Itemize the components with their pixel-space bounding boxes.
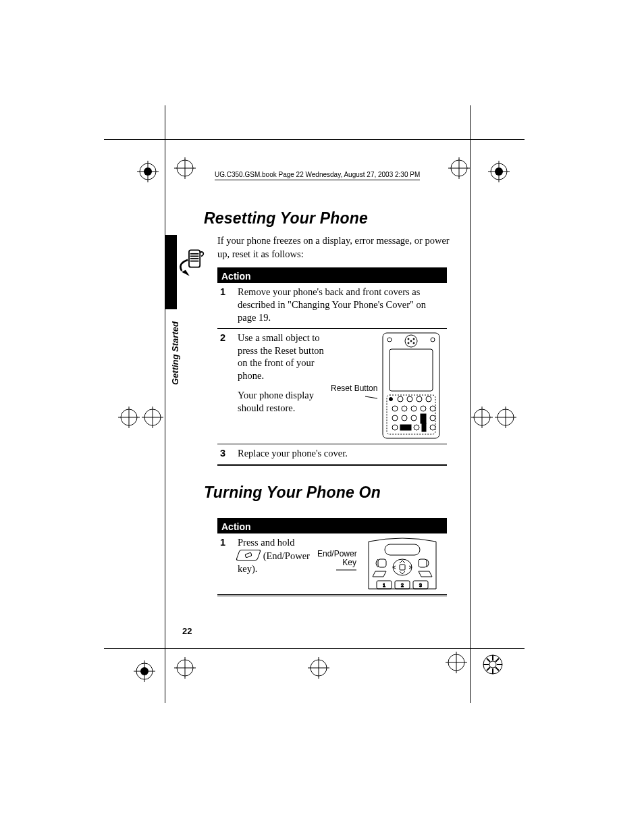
svg-rect-82 (400, 425, 411, 430)
page-number: 22 (182, 626, 192, 636)
svg-point-85 (430, 425, 435, 430)
crop-line (470, 105, 471, 139)
svg-point-71 (392, 406, 398, 411)
svg-point-67 (398, 396, 403, 402)
action-header: Action (217, 269, 447, 284)
svg-point-83 (414, 425, 419, 430)
heading-turning-on: Turning Your Phone On (204, 484, 452, 502)
svg-line-47 (495, 658, 499, 662)
svg-rect-90 (378, 559, 386, 567)
crop-line (104, 648, 165, 649)
svg-point-88 (393, 559, 412, 575)
svg-point-78 (411, 415, 417, 421)
step-number: 1 (217, 283, 235, 328)
crop-line (470, 649, 471, 703)
registration-mark-mr (471, 407, 493, 428)
running-header: UG.C350.GSM.book Page 22 Wednesday, Augu… (215, 171, 420, 180)
svg-line-54 (365, 396, 377, 398)
svg-point-75 (430, 406, 435, 411)
svg-rect-91 (419, 559, 427, 567)
svg-point-60 (413, 342, 414, 344)
registration-mark-tr2 (488, 161, 510, 182)
svg-line-46 (495, 667, 499, 671)
registration-mark-ml (118, 407, 140, 428)
step-text: Your phone display should restore. (238, 389, 325, 415)
svg-point-81 (392, 425, 398, 430)
svg-point-69 (417, 396, 422, 402)
svg-point-76 (392, 415, 398, 421)
step-text: Use a small object to press the Reset bu… (238, 332, 325, 382)
svg-point-72 (402, 406, 407, 411)
step-text: Replace your phone's cover. (235, 444, 447, 465)
table-row: 1 Remove your phone's back and front cov… (217, 283, 447, 328)
svg-text:3: 3 (419, 583, 422, 588)
thumb-tab (165, 235, 177, 309)
crop-line (471, 139, 525, 140)
step-number: 2 (217, 328, 235, 444)
heading-resetting: Resetting Your Phone (204, 209, 452, 228)
end-key-icon (236, 550, 261, 561)
registration-mark-br2 (482, 654, 504, 675)
callout-label: Reset Button (331, 384, 377, 400)
crop-line (165, 105, 165, 139)
svg-point-68 (407, 396, 412, 402)
registration-mark-mr2 (495, 407, 516, 428)
sidebar-section-label: Getting Started (170, 321, 180, 385)
registration-mark-br (446, 652, 467, 673)
svg-line-48 (487, 667, 490, 671)
callout-label: End/Power Key (317, 550, 356, 573)
svg-text:2: 2 (401, 583, 404, 588)
step-content: Use a small object to press the Reset bu… (235, 328, 447, 444)
svg-rect-55 (383, 333, 439, 438)
svg-line-45 (487, 658, 490, 662)
table-row: 3 Replace your phone's cover. (217, 444, 447, 465)
svg-point-59 (408, 342, 409, 344)
svg-rect-87 (385, 544, 420, 555)
registration-mark-bl (134, 660, 155, 682)
action-table-reset: Action 1 Remove your phone's back and fr… (217, 267, 447, 465)
registration-mark-ml2 (142, 407, 163, 428)
crop-line (165, 649, 165, 703)
svg-point-73 (411, 406, 417, 411)
step-text: Remove your phone's back and front cover… (235, 283, 447, 328)
svg-point-58 (413, 338, 414, 340)
intro-text: If your phone freezes on a display, erro… (217, 234, 452, 261)
svg-point-63 (431, 338, 435, 342)
phone-top-illustration: 1 2 3 (362, 536, 443, 590)
step-text: Press and hold (End/Power key). (238, 536, 312, 576)
svg-point-77 (402, 415, 407, 421)
phone-board-illustration (380, 332, 442, 440)
svg-point-57 (408, 338, 409, 340)
svg-point-74 (421, 406, 426, 411)
svg-point-40 (489, 661, 496, 668)
action-header: Action (217, 519, 447, 533)
registration-mark-bl2 (174, 657, 196, 679)
phone-doodle-icon (177, 246, 207, 277)
svg-rect-89 (400, 565, 405, 570)
svg-point-70 (426, 396, 431, 402)
svg-point-62 (387, 338, 392, 342)
action-table-poweron: Action 1 Press and hold (End/Power key).… (217, 518, 447, 596)
step-number: 1 (217, 533, 235, 596)
svg-point-66 (390, 397, 393, 400)
registration-mark-tl (137, 161, 159, 182)
crop-line (471, 648, 525, 649)
step-content: Press and hold (End/Power key). End/Powe… (235, 533, 447, 596)
step-number: 3 (217, 444, 235, 465)
svg-rect-79 (421, 414, 426, 423)
svg-text:1: 1 (383, 583, 385, 588)
svg-point-61 (410, 340, 412, 342)
svg-rect-64 (390, 349, 433, 391)
table-row: 2 Use a small object to press the Reset … (217, 328, 447, 444)
svg-point-80 (430, 415, 435, 421)
table-row: 1 Press and hold (End/Power key). End/Po… (217, 533, 447, 596)
svg-rect-84 (422, 423, 426, 432)
registration-mark-bc (308, 657, 329, 679)
crop-line (104, 139, 165, 140)
